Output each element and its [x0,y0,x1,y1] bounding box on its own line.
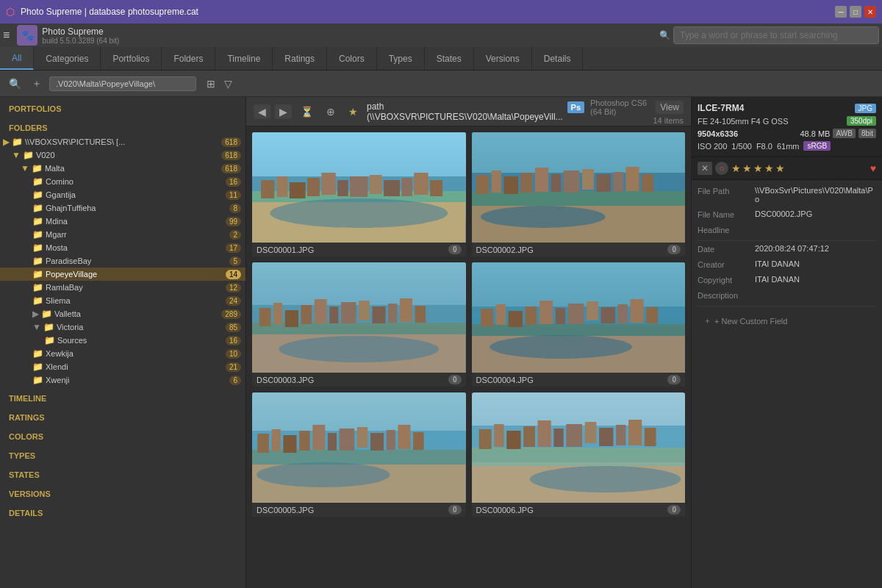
folder-count-mdina: 99 [226,217,241,226]
svg-rect-47 [388,304,397,323]
tab-timeline[interactable]: Timeline [215,47,273,70]
photo-card-2[interactable]: DSC00002.JPG 0 [472,132,686,257]
stars-rating[interactable]: ★ ★ ★ ★ ★ [731,162,785,174]
photo-card-6[interactable]: DSC00006.JPG 0 [472,392,686,517]
search-bar: 🔍 [659,26,879,44]
folder-item-comino[interactable]: 📁 Comino 16 [0,175,245,188]
folder-item-mdina[interactable]: 📁 Mdina 99 [0,215,245,228]
folder-item-malta[interactable]: ▼ 📁 Malta 618 [0,162,245,175]
meta-row-date: Date 2020:08:24 07:47:12 [698,244,876,254]
sidebar-portfolios-header[interactable]: PORTFOLIOS [0,97,245,116]
app-logo: 🐾 Photo Supreme build 5.5.0.3289 (64 bit… [17,25,119,46]
sidebar-folders-header[interactable]: FOLDERS [0,116,245,135]
folder-item-valletta[interactable]: ▶ 📁 Valletta 289 [0,307,245,320]
svg-rect-60 [555,308,564,324]
star-filter-button[interactable]: ★ [344,104,362,119]
svg-rect-30 [613,172,623,192]
meta-label-date: Date [698,244,749,254]
folder-item-ggantija[interactable]: 📁 Ggantija 11 [0,188,245,201]
svg-rect-73 [272,429,281,451]
tab-states[interactable]: States [425,47,474,70]
folder-icon-ggantija: 📁 [32,190,43,200]
path-search-button[interactable]: 🔍 [6,76,24,91]
sidebar-versions-header[interactable]: VERSIONS [0,482,245,501]
meta-value-filepath: \\VBoxSvr\Pictures\V020\Malta\Po [755,186,876,204]
folder-icon-malta: 📁 [32,163,43,173]
folder-item-xlendi[interactable]: 📁 Xlendi 21 [0,360,245,373]
tab-versions[interactable]: Versions [474,47,532,70]
path-expand-button[interactable]: ⊞ [204,76,218,91]
folder-item-mgarr[interactable]: 📁 Mgarr 2 [0,228,245,241]
sidebar-ratings-header[interactable]: RATINGS [0,406,245,425]
heart-button[interactable]: ♥ [870,162,876,174]
path-filter-button[interactable]: ▽ [221,76,235,91]
path-add-button[interactable]: ＋ [29,76,45,92]
back-button[interactable]: ◀ [254,104,270,119]
add-custom-field-button[interactable]: ＋ + New Custom Field [698,309,876,332]
photo-card-3[interactable]: DSC00003.JPG 0 [252,262,466,387]
hamburger-menu[interactable]: ≡ [3,29,10,42]
meta-row-description: Description [698,290,876,300]
folder-item-sliema[interactable]: 📁 Sliema 24 [0,294,245,307]
tab-folders[interactable]: Folders [162,47,215,70]
tab-types[interactable]: Types [377,47,425,70]
sidebar-states-header[interactable]: STATES [0,463,245,482]
tab-categories[interactable]: Categories [34,47,101,70]
folder-count-malta: 618 [221,164,241,173]
close-button[interactable]: ✕ [864,6,876,18]
star-1[interactable]: ★ [731,162,741,174]
tab-ratings[interactable]: Ratings [273,47,327,70]
folder-item-mosta[interactable]: 📁 Mosta 17 [0,241,245,254]
sidebar-colors-header[interactable]: COLORS [0,425,245,444]
folder-item-root[interactable]: ▶ 📁 \\VBOXSVR\PICTURES\ [... 618 [0,135,245,148]
add-custom-label: + New Custom Field [714,317,787,326]
folder-item-paradisebay[interactable]: 📁 ParadiseBay 5 [0,254,245,268]
svg-rect-42 [315,299,327,323]
folder-count-mosta: 17 [226,243,241,253]
svg-rect-25 [534,168,548,192]
star-4[interactable]: ★ [764,162,774,174]
folder-item-sources[interactable]: 📁 Sources 16 [0,334,245,347]
layers-button[interactable]: ⊕ [322,104,340,119]
app-name: Photo Supreme [42,26,119,37]
photo-card-5[interactable]: DSC00005.JPG 0 [252,392,466,517]
folder-item-v020[interactable]: ▼ 📁 V020 618 [0,148,245,162]
star-5[interactable]: ★ [775,162,785,174]
camera-lens: FE 24-105mm F4 G OSS [698,117,788,126]
star-3[interactable]: ★ [753,162,763,174]
tab-colors[interactable]: Colors [327,47,377,70]
tab-details[interactable]: Details [532,47,584,70]
view-button[interactable]: View [656,101,684,114]
maximize-button[interactable]: □ [850,6,861,18]
meta-label-filename: File Name [698,209,749,219]
camera-size: 48.8 MB [800,129,830,138]
items-count: 14 items [653,116,684,125]
folder-item-xewkija[interactable]: 📁 Xewkija 10 [0,347,245,360]
folder-item-ramlabay[interactable]: 📁 RamlaBay 12 [0,281,245,294]
photo-card-1[interactable]: DSC00001.JPG 0 [252,132,466,257]
svg-rect-80 [370,433,384,451]
folder-item-victoria[interactable]: ▼ 📁 Victoria 85 [0,320,245,334]
filter-button[interactable]: ⏳ [296,104,318,119]
unflag-button[interactable]: ○ [715,162,728,175]
reject-button[interactable]: ✕ [698,162,712,175]
star-2[interactable]: ★ [742,162,752,174]
folder-name-mgarr: Mgarr [46,230,229,239]
sidebar-timeline-header[interactable]: TIMELINE [0,387,245,406]
minimize-button[interactable]: ─ [835,6,847,18]
folder-item-popeyevillage[interactable]: 📁 PopeyeVillage 14 [0,268,245,281]
search-input[interactable] [673,26,879,44]
sidebar-types-header[interactable]: TYPES [0,444,245,463]
svg-rect-40 [285,310,298,327]
svg-rect-8 [321,173,335,195]
tab-all[interactable]: All [0,47,34,70]
folder-icon-ramlabay: 📁 [32,282,43,293]
window-controls[interactable]: ─ □ ✕ [835,6,876,18]
photo-card-4[interactable]: DSC00004.JPG 0 [472,262,686,387]
sidebar-details-header[interactable]: DETAILS [0,501,245,520]
folder-item-ghajntuffieha[interactable]: 📁 GhajnTuffieha 8 [0,201,245,215]
folder-item-xwenji[interactable]: 📁 Xwenji 6 [0,373,245,387]
tab-portfolios[interactable]: Portfolios [101,47,162,70]
forward-button[interactable]: ▶ [275,104,292,119]
path-input[interactable] [49,76,196,91]
